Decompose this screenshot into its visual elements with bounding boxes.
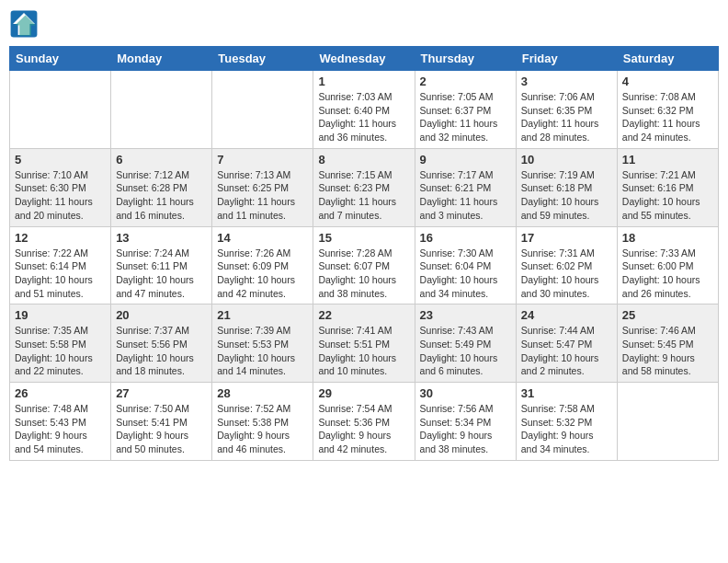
calendar-cell: 15Sunrise: 7:28 AM Sunset: 6:07 PM Dayli… xyxy=(313,226,415,304)
day-info: Sunrise: 7:26 AM Sunset: 6:09 PM Dayligh… xyxy=(217,247,308,301)
day-number: 31 xyxy=(521,386,612,400)
week-row-3: 12Sunrise: 7:22 AM Sunset: 6:14 PM Dayli… xyxy=(10,226,719,304)
calendar-cell: 31Sunrise: 7:58 AM Sunset: 5:32 PM Dayli… xyxy=(516,383,617,461)
calendar-table: SundayMondayTuesdayWednesdayThursdayFrid… xyxy=(9,46,719,461)
col-header-sunday: Sunday xyxy=(10,47,111,71)
day-number: 29 xyxy=(318,386,409,400)
day-number: 14 xyxy=(217,231,308,245)
day-info: Sunrise: 7:28 AM Sunset: 6:07 PM Dayligh… xyxy=(318,247,409,301)
calendar-cell: 29Sunrise: 7:54 AM Sunset: 5:36 PM Dayli… xyxy=(313,383,415,461)
col-header-tuesday: Tuesday xyxy=(212,47,313,71)
day-info: Sunrise: 7:06 AM Sunset: 6:35 PM Dayligh… xyxy=(521,90,612,144)
day-info: Sunrise: 7:33 AM Sunset: 6:00 PM Dayligh… xyxy=(622,247,713,301)
day-info: Sunrise: 7:13 AM Sunset: 6:25 PM Dayligh… xyxy=(217,168,308,223)
day-number: 24 xyxy=(521,308,612,322)
calendar-cell: 21Sunrise: 7:39 AM Sunset: 5:53 PM Dayli… xyxy=(212,304,313,383)
day-info: Sunrise: 7:22 AM Sunset: 6:14 PM Dayligh… xyxy=(15,247,106,301)
day-number: 7 xyxy=(217,153,308,167)
day-info: Sunrise: 7:03 AM Sunset: 6:40 PM Dayligh… xyxy=(318,90,409,144)
day-info: Sunrise: 7:17 AM Sunset: 6:21 PM Dayligh… xyxy=(420,168,511,223)
day-number: 8 xyxy=(318,153,409,167)
day-number: 15 xyxy=(318,231,409,245)
day-number: 6 xyxy=(116,153,207,167)
day-info: Sunrise: 7:24 AM Sunset: 6:11 PM Dayligh… xyxy=(116,247,207,301)
calendar-cell: 26Sunrise: 7:48 AM Sunset: 5:43 PM Dayli… xyxy=(10,383,111,461)
logo xyxy=(9,9,42,39)
calendar-cell xyxy=(617,383,718,461)
day-number: 2 xyxy=(420,75,511,88)
day-info: Sunrise: 7:05 AM Sunset: 6:37 PM Dayligh… xyxy=(420,90,511,144)
calendar-cell: 6Sunrise: 7:12 AM Sunset: 6:28 PM Daylig… xyxy=(111,148,212,226)
calendar-cell: 24Sunrise: 7:44 AM Sunset: 5:47 PM Dayli… xyxy=(516,304,617,383)
col-header-monday: Monday xyxy=(111,47,212,71)
calendar-cell: 19Sunrise: 7:35 AM Sunset: 5:58 PM Dayli… xyxy=(10,304,111,383)
calendar-cell: 10Sunrise: 7:19 AM Sunset: 6:18 PM Dayli… xyxy=(516,148,617,226)
day-info: Sunrise: 7:37 AM Sunset: 5:56 PM Dayligh… xyxy=(116,324,207,378)
day-info: Sunrise: 7:10 AM Sunset: 6:30 PM Dayligh… xyxy=(15,168,106,223)
day-info: Sunrise: 7:58 AM Sunset: 5:32 PM Dayligh… xyxy=(521,402,612,456)
day-info: Sunrise: 7:54 AM Sunset: 5:36 PM Dayligh… xyxy=(318,402,409,456)
day-number: 26 xyxy=(15,386,106,400)
day-info: Sunrise: 7:48 AM Sunset: 5:43 PM Dayligh… xyxy=(15,402,106,456)
calendar-cell: 28Sunrise: 7:52 AM Sunset: 5:38 PM Dayli… xyxy=(212,383,313,461)
calendar-cell: 23Sunrise: 7:43 AM Sunset: 5:49 PM Dayli… xyxy=(415,304,516,383)
day-info: Sunrise: 7:44 AM Sunset: 5:47 PM Dayligh… xyxy=(521,324,612,378)
calendar-cell xyxy=(111,71,212,149)
week-row-5: 26Sunrise: 7:48 AM Sunset: 5:43 PM Dayli… xyxy=(10,383,719,461)
day-info: Sunrise: 7:50 AM Sunset: 5:41 PM Dayligh… xyxy=(116,402,207,456)
day-info: Sunrise: 7:41 AM Sunset: 5:51 PM Dayligh… xyxy=(318,324,409,378)
calendar-cell: 8Sunrise: 7:15 AM Sunset: 6:23 PM Daylig… xyxy=(313,148,415,226)
calendar-cell xyxy=(10,71,111,149)
calendar-cell: 16Sunrise: 7:30 AM Sunset: 6:04 PM Dayli… xyxy=(415,226,516,304)
day-number: 21 xyxy=(217,308,308,322)
calendar-cell xyxy=(212,71,313,149)
day-info: Sunrise: 7:39 AM Sunset: 5:53 PM Dayligh… xyxy=(217,324,308,378)
week-row-2: 5Sunrise: 7:10 AM Sunset: 6:30 PM Daylig… xyxy=(10,148,719,226)
day-number: 22 xyxy=(318,308,409,322)
col-header-thursday: Thursday xyxy=(415,47,516,71)
day-info: Sunrise: 7:15 AM Sunset: 6:23 PM Dayligh… xyxy=(318,168,409,223)
day-number: 11 xyxy=(622,153,713,167)
calendar-cell: 1Sunrise: 7:03 AM Sunset: 6:40 PM Daylig… xyxy=(313,71,415,149)
day-info: Sunrise: 7:12 AM Sunset: 6:28 PM Dayligh… xyxy=(116,168,207,223)
col-header-saturday: Saturday xyxy=(617,47,718,71)
col-header-friday: Friday xyxy=(516,47,617,71)
day-info: Sunrise: 7:21 AM Sunset: 6:16 PM Dayligh… xyxy=(622,168,713,223)
day-number: 17 xyxy=(521,231,612,245)
day-number: 10 xyxy=(521,153,612,167)
calendar-cell: 27Sunrise: 7:50 AM Sunset: 5:41 PM Dayli… xyxy=(111,383,212,461)
header-row: SundayMondayTuesdayWednesdayThursdayFrid… xyxy=(10,47,719,71)
day-info: Sunrise: 7:52 AM Sunset: 5:38 PM Dayligh… xyxy=(217,402,308,456)
calendar-cell: 30Sunrise: 7:56 AM Sunset: 5:34 PM Dayli… xyxy=(415,383,516,461)
day-number: 19 xyxy=(15,308,106,322)
day-number: 25 xyxy=(622,308,713,322)
day-number: 18 xyxy=(622,231,713,245)
week-row-4: 19Sunrise: 7:35 AM Sunset: 5:58 PM Dayli… xyxy=(10,304,719,383)
calendar-cell: 25Sunrise: 7:46 AM Sunset: 5:45 PM Dayli… xyxy=(617,304,718,383)
calendar-cell: 11Sunrise: 7:21 AM Sunset: 6:16 PM Dayli… xyxy=(617,148,718,226)
calendar-cell: 5Sunrise: 7:10 AM Sunset: 6:30 PM Daylig… xyxy=(10,148,111,226)
day-number: 3 xyxy=(521,75,612,88)
page-header xyxy=(9,9,719,39)
day-number: 1 xyxy=(318,75,409,88)
day-number: 16 xyxy=(420,231,511,245)
calendar-cell: 7Sunrise: 7:13 AM Sunset: 6:25 PM Daylig… xyxy=(212,148,313,226)
col-header-wednesday: Wednesday xyxy=(313,47,415,71)
day-number: 5 xyxy=(15,153,106,167)
day-number: 20 xyxy=(116,308,207,322)
calendar-cell: 12Sunrise: 7:22 AM Sunset: 6:14 PM Dayli… xyxy=(10,226,111,304)
day-info: Sunrise: 7:30 AM Sunset: 6:04 PM Dayligh… xyxy=(420,247,511,301)
day-number: 28 xyxy=(217,386,308,400)
day-number: 12 xyxy=(15,231,106,245)
calendar-cell: 14Sunrise: 7:26 AM Sunset: 6:09 PM Dayli… xyxy=(212,226,313,304)
day-number: 4 xyxy=(622,75,713,88)
day-info: Sunrise: 7:08 AM Sunset: 6:32 PM Dayligh… xyxy=(622,90,713,144)
calendar-cell: 17Sunrise: 7:31 AM Sunset: 6:02 PM Dayli… xyxy=(516,226,617,304)
calendar-cell: 9Sunrise: 7:17 AM Sunset: 6:21 PM Daylig… xyxy=(415,148,516,226)
calendar-cell: 13Sunrise: 7:24 AM Sunset: 6:11 PM Dayli… xyxy=(111,226,212,304)
day-number: 23 xyxy=(420,308,511,322)
day-number: 27 xyxy=(116,386,207,400)
day-info: Sunrise: 7:46 AM Sunset: 5:45 PM Dayligh… xyxy=(622,324,713,378)
day-number: 13 xyxy=(116,231,207,245)
calendar-cell: 20Sunrise: 7:37 AM Sunset: 5:56 PM Dayli… xyxy=(111,304,212,383)
